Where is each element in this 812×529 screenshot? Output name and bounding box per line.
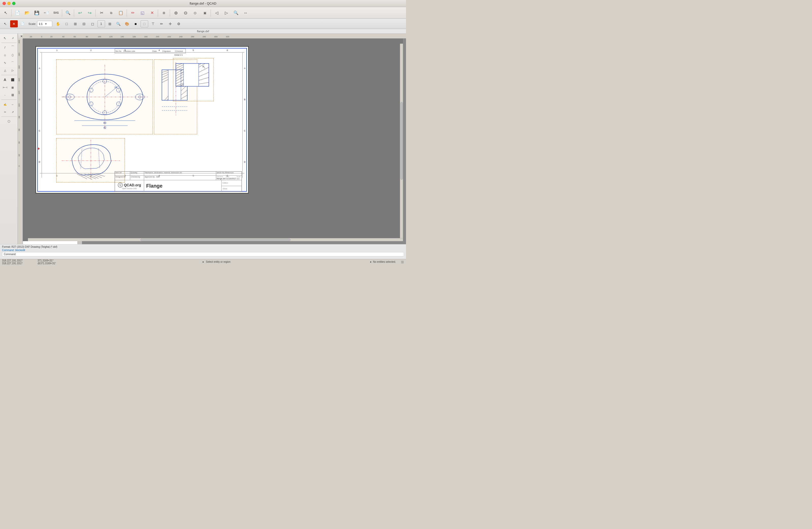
zoom-in-button[interactable]: ⊕ [171,9,180,17]
page-button[interactable]: 1 [98,20,105,27]
cross-select-button[interactable]: ⊞ [72,20,79,27]
canvas-area[interactable]: -20 0 20 40 60 80 100 120 140 160 180 20… [18,33,406,244]
draw-arc-button[interactable]: ⌒ [9,44,16,51]
image-button[interactable]: 🖼 [9,91,16,99]
trim-button[interactable]: ✂ [1,109,9,115]
3d-view-button[interactable]: ⬡ [5,118,12,125]
coord-left: 318.227,191.3317 318.227,191.3317 [2,259,32,265]
scale-control: Scale: 1:1 ▼ [28,21,52,27]
svg-point-8 [89,102,93,106]
svg-point-6 [116,102,120,106]
draw-polygon-button[interactable]: △ [1,67,9,74]
stretch-button[interactable]: ↗ [9,109,16,115]
toolbar-separator [211,10,211,16]
color-picker-button[interactable]: 🎨 [123,20,131,27]
zoom-fit-button[interactable]: ⊙ [191,9,200,17]
zoom-pan-button[interactable]: 🔍 [231,9,241,17]
zoom-realtime-button[interactable]: 🔍 [115,20,122,27]
point-button[interactable]: · [1,91,9,99]
cut-button[interactable]: ✂ [97,9,106,17]
left-separator-4 [1,116,16,117]
draw-rect-button[interactable]: ▷ [9,67,16,74]
move-button[interactable]: ⊟ [80,20,88,27]
zoom-window-button[interactable]: ▣ [200,9,209,17]
copy-button[interactable]: ⧉ [106,9,116,17]
horizontal-scrollbar[interactable] [28,238,403,241]
export-svg-button[interactable]: SVG [52,9,61,17]
lt-row-2: / ⌒ [1,44,16,51]
main-content: ↖ ↗ / ⌒ ○ ⬯ ∿ ⌒ △ ▷ A ⬛ ⊢⊣ ▦ · [0,33,406,244]
fill-white-button[interactable]: □ [141,20,148,27]
paste-button[interactable]: 📋 [116,9,125,17]
svg-line-62 [96,174,105,176]
draw-polyline-lt-button[interactable]: ⌒ [9,59,16,66]
minimize-button[interactable] [8,2,11,5]
rotate-button[interactable]: ◻ [89,20,97,27]
rect-select-button[interactable]: □ [63,20,71,27]
draw-polyline-button[interactable]: ◱ [138,9,147,17]
command-input[interactable]: Command: [2,252,404,256]
erase-button[interactable]: ✕ [147,9,157,17]
zoom-pan2-button[interactable]: ↔ [241,9,250,17]
scale-label: Scale: [28,22,36,25]
draw-circle-button[interactable]: ○ [1,52,9,59]
draw-spline-button[interactable]: ∿ [1,59,9,66]
edit-button[interactable]: ✏ [158,20,165,27]
save-as-button[interactable]: ✏📄 [42,9,51,17]
cancel-button[interactable]: ✕ [10,20,18,27]
annotate-button[interactable]: ✍ [1,101,9,108]
draw-line-button[interactable]: ✏ [128,9,137,17]
add-button[interactable]: ✛ [166,20,174,27]
svg-line-19 [105,85,119,97]
hatch-button[interactable]: ▦ [9,84,16,91]
modify-button[interactable]: ↔ [9,101,16,108]
select-mode-button[interactable]: ↖ [1,20,9,27]
new-file-button[interactable]: 📄 [13,9,22,17]
align-button[interactable]: ⊤ [149,20,157,27]
svg-line-57 [77,174,87,179]
vertical-scrollbar[interactable] [400,44,403,238]
prompt-label: Command: [4,253,16,256]
hand-tool-button[interactable]: ✋ [54,20,62,27]
select-contour-button[interactable]: ↗ [9,34,16,42]
undo-button[interactable]: ↩ [75,9,85,17]
resize-handle[interactable]: ⊞ [401,260,404,264]
select-single-button[interactable]: ↖ [1,34,9,42]
fill-black-button[interactable]: ■ [132,20,140,27]
zoom-level: 10 < 100 [390,238,399,241]
traffic-lights [2,2,15,5]
open-file-button[interactable]: 📂 [23,9,32,17]
drawing-canvas[interactable]: 1 2 3 4 5 6 A B C D A B C [23,39,403,241]
snap-grid-button[interactable]: ⊞ [159,9,169,17]
secondary-toolbar: ↖ ✕ 📄 Scale: 1:1 ▼ ✋ □ ⊞ ⊟ ◻ 1 ⊞ 🔍 🎨 ■ □… [0,19,406,29]
hscroll-thumb[interactable] [140,239,290,241]
zoom-out-button[interactable]: ⊖ [181,9,190,17]
print-preview-button[interactable]: 🔍 [63,9,73,17]
draw-ellipse-button[interactable]: ⬯ [9,52,16,59]
command-field[interactable] [17,253,402,256]
command-text: Command: blockedit [2,249,404,252]
layout-button[interactable]: 📄 [19,20,26,27]
settings-button[interactable]: ⚙ [175,20,183,27]
crosshair-indicator: ✚ [37,147,40,151]
redo-button[interactable]: ↪ [85,9,94,17]
vscroll-thumb[interactable] [401,102,403,180]
maximize-button[interactable] [12,2,15,5]
scale-select[interactable]: 1:1 ▼ [37,21,52,27]
close-button[interactable] [2,2,6,5]
dimension-button[interactable]: ⊢⊣ [1,84,9,91]
text-button[interactable]: A [1,76,9,83]
draw-line-lt-button[interactable]: / [1,44,9,51]
right-status: ● No entities selected. [370,260,396,263]
toolbar-separator [74,10,74,16]
select-tool-button[interactable]: ↖ [1,9,10,17]
detail-label: Detail 2:1 [174,54,183,56]
prev-view-button[interactable]: ◁ [212,9,221,17]
grid-button[interactable]: ⊞ [106,20,114,27]
next-view-button[interactable]: ▷ [222,9,231,17]
save-file-button[interactable]: 💾 [32,9,41,17]
insert-block-button[interactable]: ⬛ [9,76,16,83]
toolbar-separator [127,10,127,16]
lt-row-5: △ ▷ [1,67,16,74]
svg-text:60: 60 [103,121,106,124]
